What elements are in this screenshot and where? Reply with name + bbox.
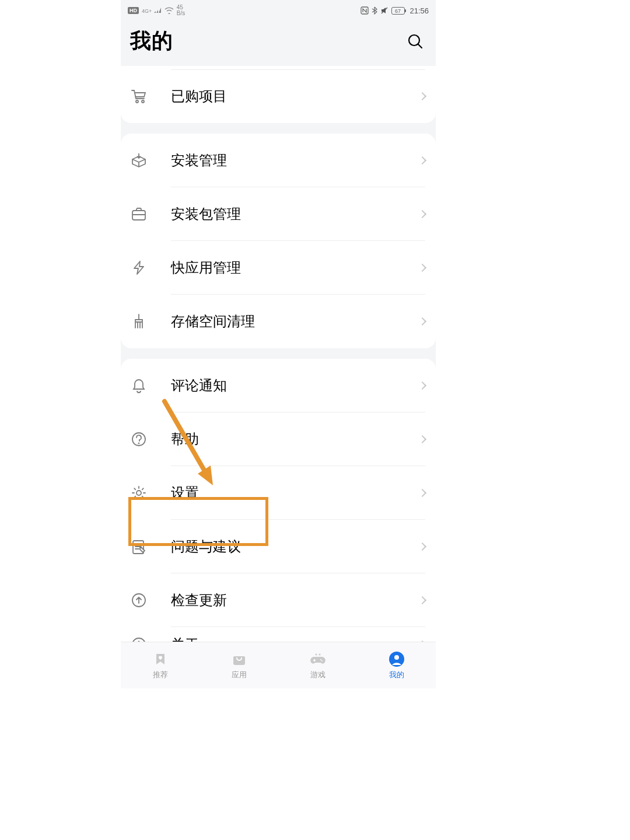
chevron-right-icon xyxy=(418,264,426,272)
svg-point-20 xyxy=(321,660,323,662)
nav-recommend[interactable]: 推荐 xyxy=(121,642,200,688)
person-icon xyxy=(388,651,405,667)
card-other: 评论通知 帮助 设置 xyxy=(121,359,436,646)
cart-icon xyxy=(130,88,148,105)
card-management: 安装管理 安装包管理 快应用管理 xyxy=(121,134,436,348)
svg-point-8 xyxy=(142,100,144,103)
svg-point-22 xyxy=(394,655,399,660)
bell-icon xyxy=(130,377,148,394)
row-check-update[interactable]: 检查更新 xyxy=(121,573,436,627)
chevron-right-icon xyxy=(418,489,426,497)
scroll-area[interactable]: 已购项目 安装管理 安装包管理 xyxy=(121,66,436,646)
nav-label: 游戏 xyxy=(310,670,326,680)
feedback-icon xyxy=(130,538,148,555)
row-quick-app-mgmt[interactable]: 快应用管理 xyxy=(121,241,436,295)
hd-badge: HD xyxy=(128,7,139,14)
install-icon xyxy=(130,152,148,169)
row-comment-notify[interactable]: 评论通知 xyxy=(121,359,436,412)
row-label: 帮助 xyxy=(171,430,419,449)
svg-point-11 xyxy=(139,443,139,444)
row-storage-clean[interactable]: 存储空间清理 xyxy=(121,295,436,348)
chevron-right-icon xyxy=(418,210,426,218)
row-label: 检查更新 xyxy=(171,591,419,610)
bluetooth-icon xyxy=(372,6,377,15)
bag-icon xyxy=(231,651,247,667)
status-left: HD 4G+ 45 B/s xyxy=(128,5,185,16)
lightning-icon xyxy=(130,259,148,276)
network-speed: 45 B/s xyxy=(177,5,185,16)
svg-point-18 xyxy=(318,653,320,655)
search-icon xyxy=(407,33,424,50)
row-label: 安装包管理 xyxy=(171,205,419,223)
wifi-icon xyxy=(164,7,174,14)
svg-point-12 xyxy=(136,491,141,495)
bottom-nav: 推荐 应用 游戏 我的 xyxy=(121,642,436,688)
svg-point-19 xyxy=(320,659,321,660)
briefcase-icon xyxy=(130,205,148,223)
gamepad-icon xyxy=(310,651,326,667)
page-title: 我的 xyxy=(130,27,173,55)
row-install-mgmt[interactable]: 安装管理 xyxy=(121,134,436,187)
update-icon xyxy=(130,592,148,609)
phone-frame: HD 4G+ 45 B/s 67 xyxy=(121,0,436,688)
nav-label: 推荐 xyxy=(153,670,168,680)
row-label: 设置 xyxy=(171,484,419,502)
gear-icon xyxy=(130,484,148,502)
heart-bookmark-icon xyxy=(152,651,169,667)
help-icon xyxy=(130,430,148,448)
row-package-mgmt[interactable]: 安装包管理 xyxy=(121,187,436,241)
svg-line-6 xyxy=(418,44,422,48)
search-button[interactable] xyxy=(407,33,424,50)
row-label: 已购项目 xyxy=(171,87,419,106)
status-right: 67 21:56 xyxy=(360,6,429,15)
row-label: 快应用管理 xyxy=(171,258,419,277)
chevron-right-icon xyxy=(418,382,426,390)
battery-icon: 67 xyxy=(391,7,407,15)
row-label: 安装管理 xyxy=(171,151,419,170)
chevron-right-icon xyxy=(418,92,426,100)
card-purchases: 已购项目 xyxy=(121,66,436,123)
chevron-right-icon xyxy=(418,435,426,443)
mute-icon xyxy=(380,6,388,15)
row-label: 问题与建议 xyxy=(171,537,419,556)
row-label: 存储空间清理 xyxy=(171,312,419,331)
row-purchased[interactable]: 已购项目 xyxy=(121,69,436,123)
chevron-right-icon xyxy=(418,317,426,326)
svg-text:67: 67 xyxy=(395,8,401,14)
row-label: 评论通知 xyxy=(171,376,419,395)
chevron-right-icon xyxy=(418,156,426,164)
row-settings[interactable]: 设置 xyxy=(121,466,436,520)
nav-apps[interactable]: 应用 xyxy=(200,642,278,688)
svg-point-7 xyxy=(136,100,138,103)
chevron-right-icon xyxy=(418,596,426,604)
svg-rect-9 xyxy=(132,211,145,220)
header: 我的 xyxy=(121,21,436,66)
clock: 21:56 xyxy=(410,6,429,15)
status-bar: HD 4G+ 45 B/s 67 xyxy=(121,0,436,21)
nav-label: 应用 xyxy=(232,670,247,680)
row-help[interactable]: 帮助 xyxy=(121,412,436,466)
nfc-icon xyxy=(360,6,369,15)
svg-point-17 xyxy=(315,653,317,655)
nav-games[interactable]: 游戏 xyxy=(278,642,357,688)
row-feedback[interactable]: 问题与建议 xyxy=(121,520,436,573)
nav-label: 我的 xyxy=(389,670,404,680)
signal-icon: 4G+ xyxy=(142,8,162,14)
svg-rect-3 xyxy=(405,9,406,12)
nav-me[interactable]: 我的 xyxy=(357,642,436,688)
chevron-right-icon xyxy=(418,542,426,551)
broom-icon xyxy=(130,313,148,330)
